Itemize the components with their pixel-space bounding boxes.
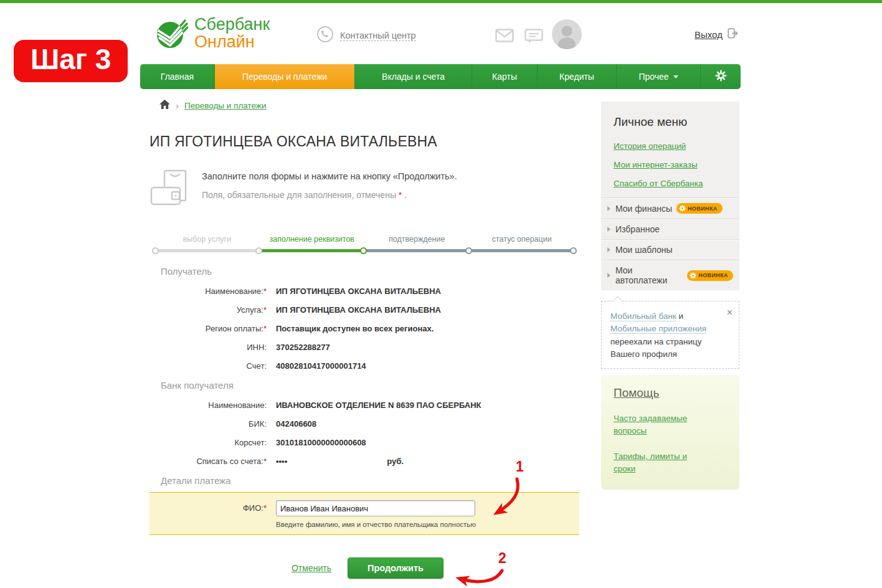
required-asterisk: * bbox=[263, 503, 267, 513]
field-value: ИП ЯГОТИНЦЕВА ОКСАНА ВИТАЛЬЕВНА bbox=[276, 287, 441, 296]
progress-step-service-choice: выбор услуги bbox=[154, 235, 260, 254]
personal-menu-items: Мои финансы НОВИНКА bbox=[601, 197, 739, 290]
logo-text: Сбербанк Онлайн bbox=[194, 16, 270, 51]
label-text: Списать со счета: bbox=[196, 457, 263, 466]
breadcrumb-link-transfers[interactable]: Переводы и платежи bbox=[184, 101, 266, 110]
progress-bar-segment bbox=[260, 249, 365, 252]
field-label: ФИО:* bbox=[149, 500, 267, 528]
fio-hint: Введите фамилию, имя и отчество плательщ… bbox=[276, 521, 476, 528]
settings-tab[interactable] bbox=[701, 64, 741, 89]
sberbank-logo-icon bbox=[154, 14, 188, 52]
mobile-bank-notice: × Мобильный банк и Мобильные приложения … bbox=[601, 301, 739, 369]
avatar[interactable] bbox=[552, 19, 582, 52]
header: Сбербанк Онлайн Контактный центр bbox=[0, 3, 882, 64]
progress-node bbox=[360, 247, 367, 254]
notice-text: переехали на страницу Вашего профиля bbox=[610, 337, 701, 359]
gear-icon bbox=[715, 70, 727, 83]
help-title-link[interactable]: Помощь bbox=[614, 386, 659, 400]
logout-control[interactable]: Выход bbox=[695, 28, 738, 41]
progress-step-confirmation: подтверждение bbox=[364, 235, 470, 254]
progress-node bbox=[152, 247, 159, 254]
field-value: 30101810000000000608 bbox=[276, 438, 366, 447]
logout-link[interactable]: Выход bbox=[695, 29, 723, 40]
tab-home[interactable]: Главная bbox=[140, 64, 215, 89]
field-value: 40802810417000001714 bbox=[276, 361, 366, 371]
breadcrumb-separator: › bbox=[176, 100, 179, 111]
logout-icon bbox=[728, 28, 738, 41]
field-label: Наименование:* bbox=[149, 287, 267, 296]
progress-steps: выбор услуги заполнение реквизитов подтв… bbox=[154, 235, 574, 254]
form-actions: Отменить Продолжить bbox=[149, 557, 579, 579]
phone-icon bbox=[316, 26, 334, 45]
personal-menu: Личное меню История операций Мои интерне… bbox=[601, 102, 739, 290]
chevron-right-icon bbox=[607, 206, 610, 211]
sidebar-link-history[interactable]: История операций bbox=[614, 141, 727, 151]
continue-button[interactable]: Продолжить bbox=[348, 557, 443, 579]
form-row-inn: ИНН: 370252288277 bbox=[149, 343, 579, 352]
section-payment-details: Детали платежа bbox=[149, 475, 579, 486]
help-link-tariffs[interactable]: Тарифы, лимиты и сроки bbox=[614, 450, 696, 475]
mobile-bank-link[interactable]: Мобильный банк bbox=[610, 311, 676, 321]
close-icon[interactable]: × bbox=[727, 305, 733, 320]
page-title: ИП ЯГОТИНЦЕВА ОКСАНА ВИТАЛЬЕВНА bbox=[149, 133, 579, 150]
sidebar-item-my-templates[interactable]: Мои шаблоны bbox=[601, 239, 739, 260]
sidebar-item-label: Мои финансы bbox=[615, 204, 672, 214]
mobile-apps-link[interactable]: Мобильные приложения bbox=[610, 324, 706, 334]
sidebar-item-my-finances[interactable]: Мои финансы НОВИНКА bbox=[601, 197, 739, 219]
fio-input-group: Введите фамилию, имя и отчество плательщ… bbox=[276, 500, 476, 528]
contact-center: Контактный центр bbox=[316, 26, 416, 45]
help-link-faq[interactable]: Часто задаваемые вопросы bbox=[614, 412, 696, 437]
required-asterisk: * bbox=[263, 324, 267, 333]
form-intro: Заполните поля формы и нажмите на кнопку… bbox=[149, 169, 579, 214]
required-note-period: . bbox=[404, 190, 407, 200]
form-row-service: Услуга:* ИП ЯГОТИНЦЕВА ОКСАНА ВИТАЛЬЕВНА bbox=[149, 305, 579, 315]
badge-text: НОВИНКА bbox=[688, 206, 718, 212]
tab-credits[interactable]: Кредиты bbox=[538, 64, 617, 89]
section-recipient: Получатель bbox=[149, 266, 579, 277]
form-row-bank-name: Наименование: ИВАНОВСКОЕ ОТДЕЛЕНИЕ N 863… bbox=[149, 401, 579, 410]
sidebar-item-my-autopayments[interactable]: Мои автоплатежи НОВИН bbox=[601, 260, 739, 290]
progress-bar-segment bbox=[154, 249, 260, 252]
fio-input[interactable] bbox=[276, 500, 475, 516]
personal-menu-title: Личное меню bbox=[614, 115, 727, 129]
progress-label: статус операции bbox=[492, 235, 552, 244]
logo-line2: Онлайн bbox=[194, 33, 270, 50]
sberbank-online-page: Сбербанк Онлайн Контактный центр bbox=[0, 0, 882, 588]
field-label: БИК: bbox=[149, 419, 267, 429]
sidebar-item-favorites[interactable]: Избранное bbox=[601, 219, 739, 239]
field-value: 042406608 bbox=[276, 419, 316, 429]
masked-account-value[interactable]: •••• bbox=[276, 457, 287, 466]
field-value: 370252288277 bbox=[276, 343, 330, 352]
sidebar-link-thanks[interactable]: Спасибо от Сбербанка bbox=[614, 179, 727, 188]
sidebar-link-internet-orders[interactable]: Мои интернет-заказы bbox=[614, 160, 727, 169]
tab-deposits-accounts[interactable]: Вклады и счета bbox=[355, 64, 472, 89]
logo-line1: Сбербанк bbox=[194, 16, 270, 33]
field-label: Регион оплаты:* bbox=[149, 324, 267, 333]
tab-other[interactable]: Прочее bbox=[617, 64, 701, 89]
tab-transfers-payments[interactable]: Переводы и платежи bbox=[215, 64, 355, 89]
badge-gear-icon bbox=[690, 272, 696, 279]
form-row-name: Наименование:* ИП ЯГОТИНЦЕВА ОКСАНА ВИТА… bbox=[149, 287, 579, 296]
cancel-button[interactable]: Отменить bbox=[292, 563, 331, 573]
contact-center-link[interactable]: Контактный центр bbox=[340, 31, 416, 41]
progress-label: подтверждение bbox=[389, 235, 445, 244]
novelty-badge: НОВИНКА bbox=[687, 270, 733, 281]
novelty-badge: НОВИНКА bbox=[676, 203, 723, 214]
label-text: Наименование: bbox=[205, 287, 263, 296]
progress-step-operation-status: статус операции bbox=[470, 235, 575, 254]
payment-form: ИП ЯГОТИНЦЕВА ОКСАНА ВИТАЛЬЕВНА Заполнит… bbox=[149, 125, 579, 579]
tab-cards[interactable]: Карты bbox=[472, 64, 538, 89]
mail-icon[interactable] bbox=[495, 29, 514, 45]
label-text: ФИО: bbox=[243, 503, 263, 513]
field-label: Корсчет: bbox=[149, 438, 267, 447]
form-row-debit-account: Списать со счета:* •••• руб. bbox=[149, 457, 579, 466]
chat-icon[interactable] bbox=[524, 29, 543, 46]
field-value: Поставщик доступен во всех регионах. bbox=[276, 324, 434, 333]
progress-bar-segment bbox=[364, 249, 470, 252]
label-text: Регион оплаты: bbox=[206, 324, 263, 333]
home-icon[interactable] bbox=[159, 100, 170, 111]
badge-gear-icon bbox=[679, 205, 686, 212]
chevron-right-icon bbox=[607, 273, 610, 278]
sberbank-logo[interactable]: Сбербанк Онлайн bbox=[154, 14, 270, 52]
intro-text: Заполните поля формы и нажмите на кнопку… bbox=[202, 169, 457, 214]
